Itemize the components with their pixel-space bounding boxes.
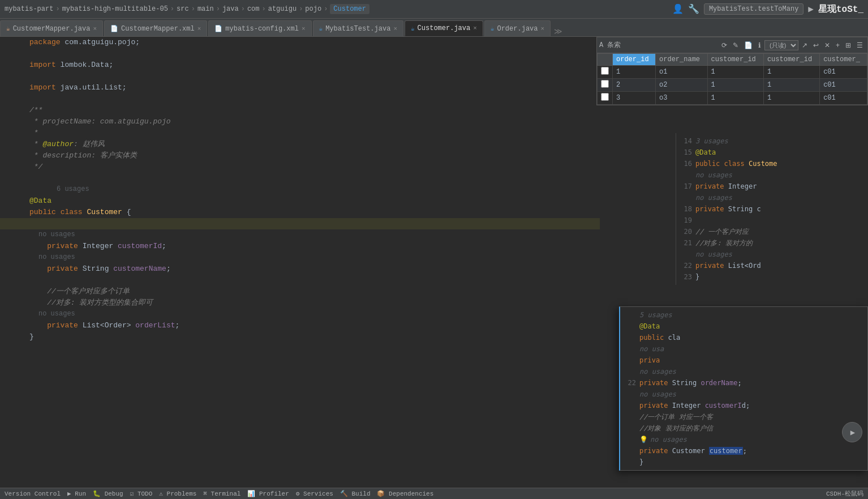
db-row-checkbox[interactable]	[601, 93, 609, 101]
right-line-23: 23 }	[676, 271, 868, 283]
db-col-order-id[interactable]: order_id	[613, 54, 656, 66]
play-button[interactable]	[842, 422, 862, 442]
java-icon: ☕	[491, 25, 495, 32]
line-comment1: /**	[0, 105, 600, 116]
db-row-3[interactable]: 3 o3 1 1 c01	[598, 92, 867, 105]
tab-label: CustomerMapper.xml	[121, 25, 195, 33]
close-icon[interactable]: ×	[197, 25, 201, 32]
db-delete-btn[interactable]: ✕	[822, 40, 832, 50]
db-col-checkbox	[598, 54, 613, 66]
tab-label: CustomerMapper.java	[13, 25, 91, 33]
status-todo[interactable]: ☑ TODO	[130, 490, 153, 497]
breadcrumb-part4[interactable]: main	[197, 5, 214, 13]
db-back-btn[interactable]: ↩	[811, 40, 821, 50]
popup-priva: priva	[620, 355, 867, 366]
more-tabs-icon[interactable]: ≫	[554, 27, 562, 36]
db-col-customer-id1[interactable]: customer_id	[707, 54, 763, 66]
line-highlighted-empty[interactable]	[0, 218, 600, 229]
db-row-1[interactable]: 1 o1 1 1 c01	[598, 66, 867, 79]
line-comment5: * description: 客户实体类	[0, 150, 600, 161]
db-grid-btn[interactable]: ⊞	[843, 40, 853, 50]
tab-mybatistest[interactable]: ☕ MybatisTest.java ×	[313, 20, 403, 36]
line-comment6: */	[0, 161, 600, 173]
tab-label: MybatisTest.java	[325, 25, 390, 33]
xml-icon: 📄	[110, 25, 118, 32]
db-panel: A 条索 ⟳ ✎ 📄 ℹ (只读) ↗ ↩ ✕ + ⊞ ☰ order_id o…	[596, 37, 868, 105]
line-comment2: * projectName: com.atguigu.pojo	[0, 116, 600, 127]
status-build[interactable]: 🔨 Build	[340, 490, 371, 497]
status-profiler[interactable]: 📊 Profiler	[247, 490, 289, 497]
breadcrumb-part1[interactable]: mybatis-part	[5, 5, 53, 13]
db-cell-cid2b: 1	[763, 79, 819, 92]
status-dependencies[interactable]: 📦 Dependencies	[377, 490, 433, 497]
close-icon[interactable]: ×	[540, 25, 544, 32]
tab-customermapper-xml[interactable]: 📄 CustomerMapper.xml ×	[104, 20, 207, 36]
db-file-btn[interactable]: 📄	[742, 40, 755, 50]
line-empty4	[0, 173, 600, 184]
person-icon[interactable]: 👤	[672, 3, 684, 15]
right-line-21: 21 //对多: 装对方的	[676, 237, 868, 249]
db-cell-oid2: 2	[613, 79, 656, 92]
breadcrumb-active[interactable]: Customer	[330, 4, 369, 14]
editor-left[interactable]: package com.atguigu.pojo; import lombok.…	[0, 37, 600, 488]
tab-label: Order.java	[497, 25, 538, 33]
breadcrumb-part5[interactable]: java	[222, 5, 239, 13]
db-row-checkbox[interactable]	[601, 67, 609, 75]
right-line-nousage3: no usages	[676, 249, 868, 260]
db-cell-oname2: o2	[656, 79, 708, 92]
db-add-btn[interactable]: +	[833, 40, 842, 50]
status-version-control[interactable]: Version Control	[5, 491, 61, 497]
tab-mybatis-config[interactable]: 📄 mybatis-config.xml ×	[208, 20, 311, 36]
db-cell-cname1: c01	[820, 66, 867, 79]
tab-customermapper-java[interactable]: ☕ CustomerMapper.java ×	[0, 20, 103, 36]
line-no-usages3: no usages	[0, 309, 600, 320]
wrench-icon[interactable]: 🔧	[688, 3, 699, 15]
run-config-selector[interactable]: MybatisTest.testToMany	[704, 3, 803, 15]
db-col-customer-name[interactable]: customer_	[820, 54, 867, 66]
status-run[interactable]: ▶ Run	[67, 490, 86, 497]
breadcrumb-part8[interactable]: pojo	[305, 5, 321, 13]
breadcrumb-part7[interactable]: atguigu	[268, 5, 297, 13]
db-col-order-name[interactable]: order_name	[656, 54, 708, 66]
db-list-btn[interactable]: ☰	[854, 40, 865, 50]
tab-customer-java[interactable]: ☕ Customer.java ×	[405, 20, 483, 36]
tab-order-java[interactable]: ☕ Order.java ×	[484, 20, 551, 36]
breadcrumb-part3[interactable]: src	[177, 5, 189, 13]
status-problems[interactable]: ⚠ Problems	[159, 490, 196, 497]
right-line-nousage2: no usages	[676, 192, 868, 203]
breadcrumb-part2[interactable]: mybatis-high-multitable-05	[62, 5, 168, 13]
right-line-nousage1: no usages	[676, 169, 868, 181]
db-go-btn[interactable]: ↗	[800, 40, 810, 50]
bulb-icon: 💡	[639, 434, 648, 445]
line-comment3: *	[0, 127, 600, 139]
close-icon[interactable]: ×	[393, 25, 397, 32]
db-row-2[interactable]: 2 o2 1 1 c01	[598, 79, 867, 92]
tab-label: Customer.java	[418, 24, 471, 32]
db-col-customer-id2[interactable]: customer_id	[763, 54, 819, 66]
close-icon[interactable]: ×	[473, 25, 477, 32]
status-debug[interactable]: 🐛 Debug	[93, 490, 123, 497]
db-row-checkbox[interactable]	[601, 80, 609, 88]
highlighted-customer-var: customer	[709, 447, 743, 455]
java-icon: ☕	[6, 25, 10, 32]
db-cell-cid3a: 1	[707, 92, 763, 105]
db-refresh-btn[interactable]: ⟳	[719, 40, 729, 50]
line-usages-6: 6 usages	[0, 184, 600, 195]
line-empty2	[0, 71, 600, 82]
line-comment4: * @author: 赵伟风	[0, 139, 600, 150]
close-icon[interactable]: ×	[302, 25, 306, 32]
db-info-btn[interactable]: ℹ	[756, 40, 763, 50]
order-popup-content: 5 usages @Data public cla no usa priva n…	[620, 307, 867, 470]
db-readonly-select[interactable]: (只读)	[764, 40, 798, 50]
breadcrumb-part6[interactable]: com	[247, 5, 260, 13]
line-1: package com.atguigu.pojo;	[0, 37, 600, 48]
run-arrow-icon[interactable]: ▶	[808, 3, 814, 15]
right-line-17: 17 private Integer	[676, 181, 868, 192]
db-cell-cid1b: 1	[763, 66, 819, 79]
status-services[interactable]: ⚙ Services	[296, 490, 333, 497]
close-icon[interactable]: ×	[93, 25, 97, 32]
popup-customerid: private Integer customerId;	[620, 400, 867, 411]
line-no-usages2: no usages	[0, 252, 600, 263]
db-edit-btn[interactable]: ✎	[731, 40, 741, 50]
status-terminal[interactable]: ⌘ Terminal	[203, 490, 240, 497]
